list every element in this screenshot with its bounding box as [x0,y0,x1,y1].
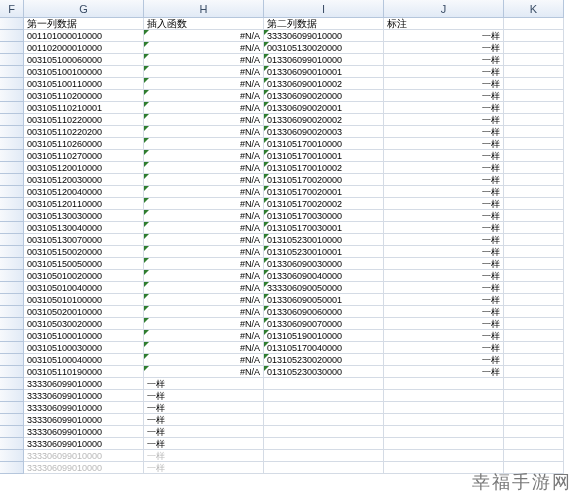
cell-note[interactable]: 一样 [384,186,504,198]
cell-note[interactable] [384,402,504,414]
cell-blank[interactable] [504,414,564,426]
cell-blank[interactable] [504,126,564,138]
cell-note[interactable]: 一样 [384,150,504,162]
cell-col2[interactable]: 013105170010000 [264,138,384,150]
cell-note[interactable]: 一样 [384,366,504,378]
cell-col2[interactable]: 013306090030000 [264,258,384,270]
cell-col1[interactable]: 003105020010000 [24,306,144,318]
cell-col2[interactable]: 013306090010002 [264,78,384,90]
row-header[interactable] [0,126,24,138]
cell-formula[interactable]: #N/A [144,90,264,102]
cell-blank[interactable] [504,282,564,294]
cell-col1[interactable]: 333306099010000 [24,462,144,474]
cell-col1[interactable]: 333306099010000 [24,402,144,414]
cell-blank[interactable] [504,186,564,198]
cell-col2[interactable] [264,390,384,402]
cell-col1[interactable]: 003105120030000 [24,174,144,186]
cell-note[interactable] [384,450,504,462]
cell-blank[interactable] [504,102,564,114]
cell-note[interactable]: 一样 [384,66,504,78]
cell-formula[interactable]: #N/A [144,102,264,114]
cell-blank[interactable] [504,378,564,390]
cell-col2[interactable]: 013105170010002 [264,162,384,174]
cell-note[interactable]: 一样 [384,330,504,342]
column-header-h[interactable]: H [144,0,264,18]
cell-col1[interactable]: 003105100040000 [24,354,144,366]
cell-col2[interactable]: 013306099010000 [264,54,384,66]
cell-note[interactable]: 一样 [384,318,504,330]
column-header-f[interactable]: F [0,0,24,18]
header-cell-k[interactable] [504,18,564,30]
cell-blank[interactable] [504,162,564,174]
cell-blank[interactable] [504,450,564,462]
cell-note[interactable]: 一样 [384,234,504,246]
cell-blank[interactable] [504,402,564,414]
cell-note[interactable]: 一样 [384,54,504,66]
cell-col2[interactable]: 013306090020000 [264,90,384,102]
cell-formula[interactable]: #N/A [144,258,264,270]
cell-col2[interactable]: 333306099010000 [264,30,384,42]
cell-col2[interactable]: 013105170030001 [264,222,384,234]
cell-note[interactable]: 一样 [384,294,504,306]
cell-col2[interactable] [264,450,384,462]
cell-col2[interactable]: 013306090010001 [264,66,384,78]
cell-formula[interactable]: 一样 [144,390,264,402]
cell-blank[interactable] [504,438,564,450]
row-header[interactable] [0,390,24,402]
cell-blank[interactable] [504,198,564,210]
cell-blank[interactable] [504,114,564,126]
column-header-i[interactable]: I [264,0,384,18]
cell-col2[interactable]: 003105130020000 [264,42,384,54]
cell-note[interactable]: 一样 [384,258,504,270]
cell-note[interactable]: 一样 [384,126,504,138]
header-cell-g[interactable]: 第一列数据 [24,18,144,30]
cell-formula[interactable]: #N/A [144,270,264,282]
cell-col1[interactable]: 003105010040000 [24,282,144,294]
cell-formula[interactable]: #N/A [144,318,264,330]
cell-blank[interactable] [504,54,564,66]
cell-formula[interactable]: #N/A [144,342,264,354]
cell-formula[interactable]: 一样 [144,378,264,390]
cell-blank[interactable] [504,366,564,378]
cell-formula[interactable]: 一样 [144,414,264,426]
cell-col1[interactable]: 333306099010000 [24,390,144,402]
cell-col1[interactable]: 003105130040000 [24,222,144,234]
row-header[interactable] [0,222,24,234]
cell-formula[interactable]: #N/A [144,282,264,294]
column-header-j[interactable]: J [384,0,504,18]
cell-col2[interactable]: 013105230010000 [264,234,384,246]
cell-col1[interactable]: 003105130030000 [24,210,144,222]
cell-formula[interactable]: 一样 [144,426,264,438]
cell-formula[interactable]: 一样 [144,462,264,474]
cell-note[interactable]: 一样 [384,198,504,210]
cell-col1[interactable]: 333306099010000 [24,414,144,426]
cell-col1[interactable]: 003105110190000 [24,366,144,378]
cell-col2[interactable] [264,438,384,450]
cell-formula[interactable]: #N/A [144,210,264,222]
cell-blank[interactable] [504,426,564,438]
row-header[interactable] [0,414,24,426]
cell-blank[interactable] [504,462,564,474]
row-header[interactable] [0,54,24,66]
cell-blank[interactable] [504,306,564,318]
cell-col1[interactable]: 333306099010000 [24,438,144,450]
cell-note[interactable]: 一样 [384,30,504,42]
cell-blank[interactable] [504,174,564,186]
cell-col1[interactable]: 003105100060000 [24,54,144,66]
cell-formula[interactable]: #N/A [144,246,264,258]
row-header[interactable] [0,150,24,162]
row-header[interactable] [0,90,24,102]
cell-note[interactable]: 一样 [384,270,504,282]
cell-blank[interactable] [504,330,564,342]
cell-col2[interactable]: 333306090050000 [264,282,384,294]
cell-blank[interactable] [504,30,564,42]
cell-blank[interactable] [504,246,564,258]
row-header[interactable] [0,294,24,306]
cell-formula[interactable]: #N/A [144,366,264,378]
cell-col1[interactable]: 003105100010000 [24,330,144,342]
row-header[interactable] [0,246,24,258]
cell-col2[interactable]: 013105170030000 [264,210,384,222]
cell-col2[interactable] [264,426,384,438]
cell-col1[interactable]: 003105110270000 [24,150,144,162]
cell-col1[interactable]: 003105110220200 [24,126,144,138]
